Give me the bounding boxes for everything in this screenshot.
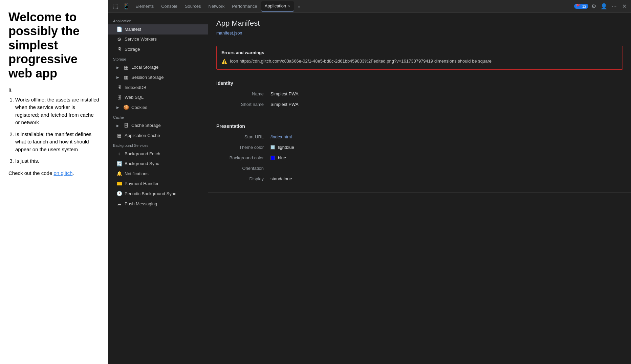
chevron-icon: ▶ [116,105,121,110]
name-label: Name [216,91,270,96]
presentation-section: Presentation Start URL /index.html Theme… [208,118,631,192]
sidebar-item-background-sync[interactable]: 🔄 Background Sync [108,159,208,169]
sidebar-item-notifications[interactable]: 🔔 Notifications [108,169,208,179]
sidebar-item-service-workers[interactable]: ⚙ Service Workers [108,35,208,45]
sidebar-item-label: Web SQL [125,94,144,100]
local-storage-icon: ▦ [123,64,129,71]
sidebar-item-payment-handler[interactable]: 💳 Payment Handler [108,179,208,189]
start-url-value: /index.html [270,134,292,139]
bg-color-swatch[interactable] [270,156,275,160]
bg-color-row: Background color blue [216,155,623,160]
page-title: App Manifest [216,19,623,28]
list-item: Is installable; the manifest defines wha… [15,131,100,154]
sidebar-section-cache: Cache [108,113,208,121]
webpage-list: Works offline; the assets are installed … [8,96,100,165]
sidebar-item-periodic-background-sync[interactable]: 🕐 Periodic Background Sync [108,189,208,199]
indexeddb-icon: 🗄 [116,84,122,91]
storage-icon: 🗄 [116,46,122,53]
sidebar-item-storage[interactable]: 🗄 Storage [108,44,208,54]
list-item: Is just this. [15,157,100,165]
profile-icon[interactable]: 👤 [599,2,609,11]
theme-color-swatch[interactable] [270,145,275,150]
errors-title: Errors and warnings [221,50,618,55]
start-url-label: Start URL [216,134,270,139]
sidebar-item-label: Background Sync [125,161,159,167]
error-item: ⚠️ Icon https://cdn.glitch.com/c83a666e-… [221,58,618,65]
theme-color-value: lightblue [270,145,294,150]
app-cache-icon: ▦ [116,132,122,139]
sidebar-item-label: Cookies [131,105,147,111]
sidebar-item-label: Manifest [125,26,141,32]
display-row: Display standalone [216,176,623,181]
close-devtools-icon[interactable]: ✕ [619,2,629,11]
periodic-sync-icon: 🕐 [116,190,122,197]
sidebar-item-label: IndexedDB [125,85,146,91]
sidebar-item-cookies[interactable]: ▶ 🍪 Cookies [108,103,208,113]
tab-console[interactable]: Console [158,1,181,12]
content-header: App Manifest manifest.json [208,13,631,40]
presentation-title: Presentation [216,123,623,129]
sidebar-item-local-storage[interactable]: ▶ ▦ Local Storage [108,63,208,73]
manifest-icon: 📄 [116,26,122,33]
name-value: Simplest PWA [270,91,299,96]
sidebar-item-label: Notifications [125,171,149,177]
start-url-link[interactable]: /index.html [270,134,292,139]
sidebar-item-application-cache[interactable]: ▦ Application Cache [108,131,208,141]
settings-icon[interactable]: ⚙ [589,2,599,11]
webpage-panel: Welcome to possibly the simplest progres… [0,0,108,364]
sidebar-item-label: Local Storage [131,64,158,70]
sidebar-item-cache-storage[interactable]: ▶ 🗄 Cache Storage [108,121,208,131]
tab-elements[interactable]: Elements [132,1,157,12]
devtools-main: Application 📄 Manifest ⚙ Service Workers… [108,13,631,364]
more-options-icon[interactable]: ⋯ [609,2,619,11]
webpage-footer: Check out the code on glitch. [8,170,100,176]
badge-count: 12 [582,4,586,8]
sidebar-section-storage: Storage [108,54,208,63]
list-item: Works offline; the assets are installed … [15,96,100,127]
sidebar-item-manifest[interactable]: 📄 Manifest [108,24,208,35]
sidebar-item-label: Periodic Background Sync [125,191,176,197]
name-row: Name Simplest PWA [216,91,623,96]
sidebar-item-web-sql[interactable]: 🗄 Web SQL [108,93,208,103]
theme-color-label: Theme color [216,145,270,150]
sidebar-item-indexeddb[interactable]: 🗄 IndexedDB [108,83,208,93]
devtools-tabbar: ⬚ 📱 Elements Console Sources Network Per… [108,0,631,13]
sidebar-item-label: Cache Storage [131,122,161,129]
identity-section: Identity Name Simplest PWA Short name Si… [208,75,631,118]
devtools-sidebar: Application 📄 Manifest ⚙ Service Workers… [108,13,208,364]
cache-storage-icon: 🗄 [123,122,129,129]
sidebar-item-session-storage[interactable]: ▶ ▦ Session Storage [108,72,208,83]
gear-icon: ⚙ [116,36,122,43]
sidebar-item-label: Session Storage [131,74,164,81]
manifest-link[interactable]: manifest.json [216,30,242,36]
sidebar-item-push-messaging[interactable]: ☁ Push Messaging [108,199,208,209]
orientation-label: Orientation [216,166,270,171]
tab-close-icon[interactable]: × [288,4,290,8]
webpage-intro: It [8,87,100,93]
sidebar-item-label: Push Messaging [125,201,157,207]
session-storage-icon: ▦ [123,74,129,81]
sidebar-item-label: Background Fetch [125,151,160,157]
display-value: standalone [270,176,292,181]
short-name-value: Simplest PWA [270,102,299,107]
sidebar-item-background-fetch[interactable]: ↕ Background Fetch [108,149,208,159]
device-icon[interactable]: 📱 [121,1,131,12]
sidebar-section-background: Background Services [108,141,208,149]
display-label: Display [216,176,270,181]
tab-more-tabs[interactable]: » [295,1,304,12]
warning-icon: ⚠️ [221,58,227,65]
tab-application[interactable]: Application × [261,1,294,12]
devtools-main-content: App Manifest manifest.json Errors and wa… [208,13,631,364]
sidebar-item-label: Payment Handler [125,181,158,187]
error-text: Icon https://cdn.glitch.com/c83a666e-02f… [230,58,492,65]
bg-color-value: blue [270,155,286,160]
cursor-icon[interactable]: ⬚ [110,1,121,12]
devtools-panel: ⬚ 📱 Elements Console Sources Network Per… [108,0,631,364]
glitch-link[interactable]: on glitch [53,170,72,176]
tab-performance[interactable]: Performance [229,1,260,12]
short-name-row: Short name Simplest PWA [216,102,623,107]
identity-title: Identity [216,81,623,86]
tab-network[interactable]: Network [205,1,228,12]
tab-sources[interactable]: Sources [181,1,204,12]
issues-badge[interactable]: 🚩 12 [574,4,588,9]
